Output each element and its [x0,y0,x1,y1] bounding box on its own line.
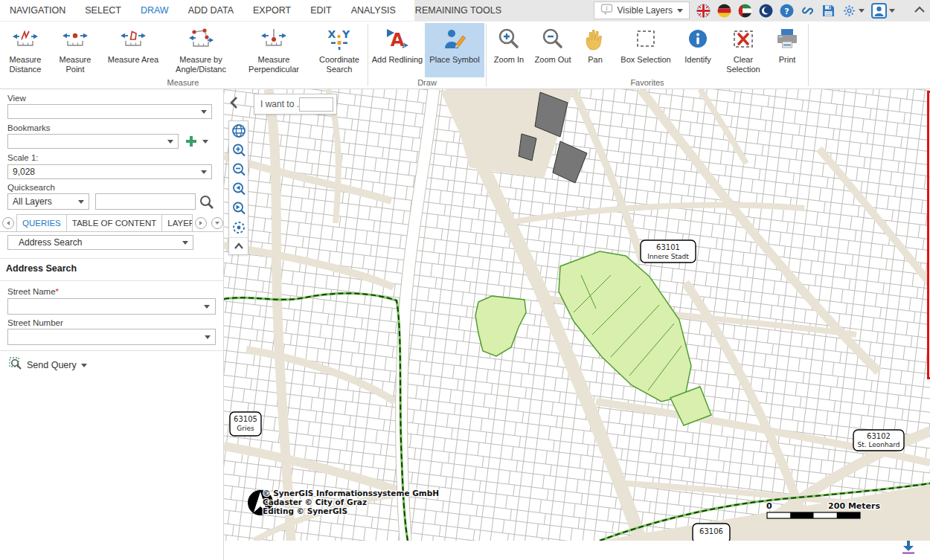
map-zoom-out-icon[interactable] [229,160,248,179]
print-button[interactable]: Print [768,23,806,77]
send-query-icon [9,357,22,373]
tool-label: Print [779,55,796,65]
send-query-label: Send Query [27,360,77,370]
menu-add-data[interactable]: ADD DATA [179,0,243,21]
menu-edit[interactable]: EDIT [301,0,341,21]
collapse-ribbon-icon[interactable] [914,4,926,17]
language-german-icon[interactable] [717,4,731,18]
download-icon[interactable] [900,540,917,558]
coordinate-search-icon: XY [326,26,353,53]
ribbon-group-label: Measure [0,77,366,88]
coordinate-search-button[interactable]: XY Coordinate Search [312,23,366,77]
layers-note-icon [600,3,613,19]
tabs-scroll-left-icon[interactable] [2,217,14,229]
measure-by-angle-distance-button[interactable]: Measure by Angle/Distanc [167,23,235,77]
place-symbol-button[interactable]: Place Symbol [425,23,484,77]
identify-icon [685,26,711,53]
tab-layer-filter[interactable]: LAYER FIL [161,214,193,232]
map-zoom-in-icon[interactable] [229,141,248,160]
collapse-map-tools-icon[interactable] [229,238,248,254]
language-english-icon[interactable] [696,4,711,18]
svg-text:Y: Y [341,28,350,40]
tool-label: Measure Point [51,55,100,74]
zoom-in-button[interactable]: Zoom In [488,23,530,77]
zoom-out-icon [540,26,565,53]
bookmarks-select[interactable] [7,134,179,149]
divider [0,350,223,351]
identify-button[interactable]: Identify [677,23,719,77]
district-label-63102: 63102 St. Leonhard [853,430,904,451]
quicksearch-scope-select[interactable]: All Layers [7,193,89,210]
i-want-to-input[interactable] [299,97,333,112]
zoom-out-button[interactable]: Zoom Out [530,23,576,77]
language-arabic-icon[interactable] [738,4,752,18]
language-crescent-icon[interactable] [759,4,773,18]
user-account-menu[interactable] [871,3,895,19]
box-selection-button[interactable]: Box Selection [615,23,677,77]
ribbon-group-favorites: Zoom In Zoom Out Pan Box Selection Ident… [488,22,806,88]
tabs-scroll-right-icon[interactable] [195,217,207,229]
ribbon-group-measure: Measure Distance Measure Point Measure A… [0,22,366,88]
menu-navigation[interactable]: NAVIGATION [0,0,75,21]
measure-point-button[interactable]: Measure Point [51,23,100,77]
map-canvas[interactable]: 63101 Innere Stadt 63105 Gries 63102 St.… [224,89,930,541]
street-number-select[interactable] [7,329,216,345]
locate-position-icon[interactable] [229,218,248,237]
sidebar-tabs: QUERIES TABLE OF CONTENT LAYER FIL [0,214,223,232]
street-name-input[interactable] [7,298,199,315]
settings-menu[interactable] [842,4,865,18]
bookmark-menu-caret[interactable] [202,140,208,144]
tool-label: Measure Distance [0,55,51,74]
menu-draw[interactable]: DRAW [131,0,179,21]
measure-perpendicular-button[interactable]: Measure Perpendicular [235,23,312,77]
ribbon-group-draw: A Add Redlining Place Symbol Draw [370,22,484,88]
ribbon-divider [368,24,368,86]
menu-remaining-tools[interactable]: REMAINING TOOLS [405,0,511,21]
map-tools-column [228,120,248,255]
bottom-bar [224,541,930,560]
zoom-in-icon [496,26,522,53]
pan-button[interactable]: Pan [576,23,615,77]
menu-export[interactable]: EXPORT [243,0,301,21]
district-label-63106: 63106 [693,524,730,541]
scale-select[interactable]: 9,028 [7,164,212,179]
ribbon-divider [486,24,487,86]
measure-area-button[interactable]: Measure Area [100,23,167,77]
chevron-down-icon [167,140,173,144]
visible-layers-dropdown[interactable]: Visible Layers [594,1,690,19]
share-link-icon[interactable] [801,4,815,18]
add-redlining-button[interactable]: A Add Redlining [370,23,425,77]
svg-text:0: 0 [766,501,772,511]
collapse-sidebar-icon[interactable] [227,95,242,113]
menu-select[interactable]: SELECT [75,0,131,21]
svg-text:© SynerGIS Informationssysteme: © SynerGIS Informationssysteme GmbH [263,489,439,498]
scale-value: 9,028 [13,167,35,177]
left-sidebar: View Bookmarks Scale 1: 9,028 Quicksearc… [0,89,223,560]
query-type-select[interactable]: Address Search [7,235,193,250]
menu-analysis[interactable]: ANALYSIS [341,0,405,21]
quicksearch-input[interactable] [95,193,196,210]
tabs-overflow-icon[interactable] [211,217,223,229]
zoom-previous-icon[interactable] [229,179,248,199]
add-redlining-icon: A [385,26,410,53]
tab-table-of-content[interactable]: TABLE OF CONTENT [66,214,162,232]
zoom-next-icon[interactable] [229,199,248,218]
district-label-63101: 63101 Innere Stadt [641,240,696,263]
i-want-to-box[interactable]: I want to ... [254,94,337,115]
ribbon-group-label: Draw [370,77,484,88]
tool-label: Identify [684,55,711,65]
help-icon[interactable]: ? [780,4,794,18]
tool-label: Zoom Out [535,55,571,65]
street-name-dropdown-button[interactable] [199,298,216,315]
search-icon[interactable] [198,193,216,214]
save-icon[interactable] [821,4,836,18]
overview-globe-icon[interactable] [229,121,248,141]
tool-label: Add Redlining [372,55,423,65]
clear-selection-button[interactable]: Clear Selection [719,23,768,77]
svg-text:Innere Stadt: Innere Stadt [647,253,689,260]
measure-distance-button[interactable]: Measure Distance [0,23,51,77]
add-bookmark-button[interactable] [184,134,199,152]
send-query-button[interactable]: Send Query [9,357,87,373]
tab-queries[interactable]: QUERIES [16,214,66,232]
view-select[interactable] [7,104,212,119]
